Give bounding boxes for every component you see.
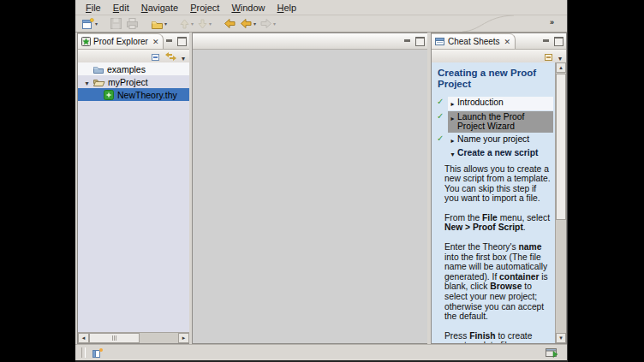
last-edit-location-button[interactable] <box>222 16 238 31</box>
tree-item-myProject[interactable]: myProject <box>78 75 189 88</box>
description-paragraph-2: From the File menu, select New > Proof S… <box>444 213 552 233</box>
tree-item-label: examples <box>107 64 146 74</box>
forward-button[interactable]: ▾ <box>258 16 277 31</box>
back-icon <box>240 18 253 29</box>
previous-annotation-icon <box>179 18 190 30</box>
step-body[interactable]: Introduction <box>448 97 553 110</box>
sash-right[interactable] <box>427 33 430 344</box>
print-button[interactable] <box>124 16 140 31</box>
previous-annotation-button[interactable]: ▾ <box>177 16 195 31</box>
check-icon <box>436 97 448 107</box>
collapse-all-icon[interactable] <box>543 52 553 62</box>
dropdown-caret-icon[interactable]: ▾ <box>273 21 276 27</box>
expand-arrow-icon[interactable] <box>448 134 457 146</box>
menu-help[interactable]: Help <box>272 2 304 14</box>
description-paragraph-1: This allows you to create a new script f… <box>444 164 552 204</box>
dropdown-caret-icon[interactable]: ▾ <box>253 21 256 27</box>
folder-closed-icon <box>92 64 104 74</box>
new-folder-button[interactable]: ▾ <box>149 16 169 31</box>
scrollbar-thumb[interactable] <box>89 333 140 343</box>
close-icon[interactable]: ✕ <box>504 38 511 46</box>
theory-file-icon <box>104 90 115 100</box>
cheat-sheet-content: Creating a new Proof Project Introductio… <box>432 62 566 343</box>
minimize-button[interactable] <box>165 38 174 45</box>
step-body[interactable]: Launch the Proof Project Wizard <box>448 111 553 133</box>
cheat-step-name-your-project[interactable]: Name your project <box>436 134 553 147</box>
tab-label: Proof Explorer <box>93 37 148 46</box>
cheat-sheet-title: Creating a new Proof Project <box>438 68 552 90</box>
eclipse-window: FileEditNavigateProjectWindowHelp ▾▾▾▾▾▾… <box>75 0 568 362</box>
tree-item-NewTheory.thy[interactable]: NewTheory.thy <box>78 88 189 101</box>
close-icon[interactable]: ✕ <box>152 38 159 46</box>
menu-file[interactable]: File <box>80 2 108 14</box>
step-body[interactable]: Name your project <box>448 134 553 147</box>
progress-view-icon[interactable] <box>546 347 558 358</box>
description-paragraph-3: Enter the Theory's name into the first b… <box>444 242 552 322</box>
toolbar-buttons: ▾▾▾▾▾▾ <box>80 16 277 31</box>
minimize-button[interactable] <box>542 38 551 45</box>
screen: FileEditNavigateProjectWindowHelp ▾▾▾▾▾▾… <box>0 0 644 362</box>
expand-arrow-icon[interactable] <box>448 112 457 132</box>
menu-project[interactable]: Project <box>185 2 226 14</box>
scrollbar-thumb[interactable] <box>556 74 566 220</box>
fast-view-icon[interactable] <box>92 347 104 359</box>
maximize-button[interactable] <box>415 37 425 46</box>
new-wizard-icon <box>81 17 94 30</box>
dropdown-caret-icon[interactable]: ▾ <box>95 21 98 27</box>
folder-open-icon <box>92 77 105 87</box>
print-icon <box>126 17 139 30</box>
save-icon <box>110 17 122 30</box>
expand-arrow-icon[interactable] <box>448 98 457 110</box>
dropdown-caret-icon[interactable]: ▾ <box>164 21 167 27</box>
fast-view-bar-handle[interactable] <box>81 347 86 358</box>
step-label: Name your project <box>457 134 553 146</box>
last-edit-location-icon <box>224 18 236 29</box>
check-icon <box>436 134 448 144</box>
step-label: Launch the Proof Project Wizard <box>457 112 553 132</box>
vertical-scrollbar[interactable] <box>555 62 566 343</box>
dropdown-caret-icon[interactable]: ▾ <box>209 21 212 27</box>
step-body[interactable]: Create a new script <box>448 147 553 161</box>
project-tree: examplesmyProjectNewTheory.thy <box>78 62 189 332</box>
new-wizard-button[interactable]: ▾ <box>80 16 99 31</box>
menu-navigate[interactable]: Navigate <box>136 2 185 14</box>
scroll-left-icon[interactable] <box>78 333 89 343</box>
horizontal-scrollbar[interactable] <box>78 332 189 343</box>
maximize-button[interactable] <box>554 37 564 46</box>
minimize-button[interactable] <box>403 38 412 45</box>
save-button[interactable] <box>108 16 124 31</box>
toolbar-overflow-chevron[interactable]: » <box>550 18 553 27</box>
expander-open-icon[interactable] <box>81 77 92 87</box>
check-icon <box>436 111 448 122</box>
collapse-all-icon[interactable] <box>150 52 160 62</box>
back-button[interactable]: ▾ <box>238 16 258 31</box>
next-annotation-icon <box>197 18 208 30</box>
cheat-sheets-icon <box>435 37 445 46</box>
editor-header <box>193 33 427 50</box>
tree-item-label: myProject <box>108 77 148 87</box>
cheat-step-description: This allows you to create a new script f… <box>436 164 553 344</box>
description-paragraph-4: Press Finish to create your template fil… <box>444 331 552 343</box>
dropdown-caret-icon[interactable]: ▾ <box>191 21 194 27</box>
cheat-step-launch-the-proof-project-wizard[interactable]: Launch the Proof Project Wizard <box>436 111 553 133</box>
next-annotation-button[interactable]: ▾ <box>195 16 213 31</box>
scroll-right-icon[interactable] <box>178 333 189 343</box>
forward-icon <box>259 18 272 29</box>
cheat-step-introduction[interactable]: Introduction <box>436 97 553 110</box>
tree-item-examples[interactable]: examples <box>78 62 189 75</box>
tab-cheat-sheets[interactable]: Cheat Sheets ✕ <box>432 33 516 49</box>
cheat-step-create-a-new-script[interactable]: Create a new script <box>436 147 553 161</box>
tab-proof-explorer[interactable]: Proof Explorer ✕ <box>78 33 164 49</box>
menu-window[interactable]: Window <box>226 2 271 14</box>
new-folder-icon <box>151 18 164 30</box>
step-label: Introduction <box>457 98 553 110</box>
tree-item-label: NewTheory.thy <box>117 90 177 100</box>
scroll-down-icon[interactable] <box>556 333 566 343</box>
status-bar <box>75 344 567 360</box>
menu-edit[interactable]: Edit <box>108 2 136 14</box>
link-with-editor-icon[interactable] <box>165 52 176 61</box>
proof-explorer-icon <box>81 37 91 46</box>
scroll-up-icon[interactable] <box>556 62 566 73</box>
maximize-button[interactable] <box>177 37 187 46</box>
collapse-arrow-icon[interactable] <box>448 148 457 160</box>
